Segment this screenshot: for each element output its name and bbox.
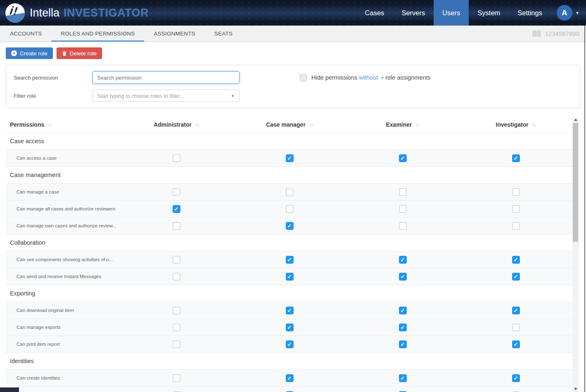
checkbox-cell: ✓	[459, 340, 572, 348]
filter-role-select[interactable]: Start typing to choose roles to filter..…	[93, 90, 240, 102]
checkbox-examiner[interactable]	[399, 205, 407, 213]
checkbox-examiner[interactable]	[399, 222, 407, 230]
permission-label: Can create Identities	[17, 375, 60, 380]
checkbox-investigator[interactable]: ✓	[512, 307, 520, 314]
checkbox-administrator[interactable]	[173, 154, 180, 162]
hide-permissions-text-suffix: role assignments	[385, 74, 431, 81]
checkbox-investigator[interactable]	[512, 222, 520, 230]
checkbox-examiner[interactable]: ✓	[399, 374, 407, 382]
checkbox-investigator[interactable]	[512, 205, 520, 213]
filter-panel: Search permission Hide permissions witho…	[6, 65, 580, 108]
checkbox-administrator[interactable]	[173, 374, 180, 382]
tab-accounts[interactable]: ACCOUNTS	[0, 26, 51, 42]
checkbox-case-manager[interactable]: ✓	[286, 307, 294, 314]
window-edge	[584, 26, 585, 392]
intella-logo-icon: i!	[5, 3, 25, 23]
nav-item-settings[interactable]: Settings	[509, 0, 551, 26]
checkbox-administrator[interactable]	[173, 188, 180, 196]
checkbox-case-manager[interactable]: ✓	[286, 256, 294, 264]
hide-permissions-mode-link[interactable]: without	[359, 74, 378, 81]
scroll-down-button[interactable]	[572, 386, 579, 392]
permission-label: Can see components showing activities of…	[17, 257, 113, 262]
checkbox-investigator[interactable]	[512, 188, 520, 196]
checkbox-case-manager[interactable]	[286, 188, 294, 196]
checkbox-cell: ✓	[459, 307, 572, 314]
sort-icon[interactable]: ↑↓	[195, 122, 199, 127]
category-row-collaboration: Collaboration	[6, 234, 572, 251]
column-header-permissions[interactable]: Permissions↑↓	[6, 121, 120, 128]
nav-item-servers[interactable]: Servers	[393, 0, 434, 26]
nav-item-system[interactable]: System	[469, 0, 509, 26]
checkbox-cell: ✓	[346, 273, 459, 281]
hide-permissions-group: Hide permissions without ▾ role assignme…	[300, 74, 431, 81]
checkbox-cell: ✓	[459, 154, 572, 162]
permission-label: Can manage all cases and authorize revie…	[17, 206, 115, 211]
nav-item-users[interactable]: Users	[434, 0, 469, 26]
avatar[interactable]: A	[557, 5, 572, 21]
checkbox-administrator[interactable]	[173, 222, 180, 230]
checkbox-investigator[interactable]: ✓	[512, 256, 520, 264]
checkbox-case-manager[interactable]: ✓	[286, 273, 294, 281]
column-header-case-manager[interactable]: Case manager↑↓	[233, 121, 346, 128]
checkbox-cell	[120, 154, 233, 162]
checkbox-examiner[interactable]: ✓	[399, 307, 407, 314]
checkbox-administrator[interactable]	[173, 256, 180, 264]
table-body: Case accessCan access a case✓✓✓Case mana…	[6, 132, 572, 392]
checkbox-investigator[interactable]: ✓	[512, 374, 520, 382]
vertical-scrollbar[interactable]	[572, 117, 579, 392]
checkbox-investigator[interactable]: ✓	[512, 154, 520, 162]
create-role-label: Create role	[20, 50, 47, 57]
tab-assignments[interactable]: ASSIGNMENTS	[144, 26, 204, 42]
checkbox-cell	[346, 188, 459, 196]
checkbox-investigator[interactable]: ✓	[512, 340, 520, 348]
checkbox-administrator[interactable]: ✓	[173, 205, 180, 213]
permission-label: Can access a case	[17, 156, 57, 161]
checkbox-case-manager[interactable]: ✓	[286, 374, 294, 382]
checkbox-case-manager[interactable]: ✓	[286, 222, 294, 230]
sort-icon[interactable]: ↑↓	[48, 122, 52, 127]
checkbox-investigator[interactable]: ✓	[512, 273, 520, 281]
search-permission-input[interactable]	[93, 71, 240, 84]
checkbox-case-manager[interactable]: ✓	[286, 340, 294, 348]
search-permission-row: Search permission Hide permissions witho…	[14, 71, 572, 84]
checkbox-case-manager[interactable]: ✓	[286, 324, 294, 331]
tab-roles-and-permissions[interactable]: ROLES AND PERMISSIONS	[51, 26, 144, 42]
permission-row: Can manage exports✓✓	[6, 319, 572, 335]
checkbox-examiner[interactable]: ✓	[399, 154, 407, 162]
checkbox-cell: ✓	[346, 340, 459, 348]
sort-icon[interactable]: ↑↓	[532, 122, 536, 127]
column-header-investigator[interactable]: Investigator↑↓	[459, 121, 572, 128]
sort-icon[interactable]: ↑↓	[416, 122, 420, 127]
checkbox-cell	[459, 205, 572, 213]
checkbox-case-manager[interactable]	[286, 205, 294, 213]
hide-permissions-checkbox[interactable]	[300, 74, 307, 81]
checkbox-examiner[interactable]: ✓	[399, 340, 407, 348]
checkbox-examiner[interactable]: ✓	[399, 256, 407, 264]
permissions-table: Permissions↑↓Administrator↑↓Case manager…	[6, 117, 572, 392]
checkbox-cell: ✓	[233, 374, 346, 382]
checkbox-investigator[interactable]	[512, 324, 520, 331]
scroll-up-button[interactable]	[572, 117, 579, 123]
hide-mode-caret-icon[interactable]: ▾	[381, 76, 383, 80]
checkbox-administrator[interactable]	[173, 273, 180, 281]
create-role-button[interactable]: + Create role	[6, 47, 53, 59]
checkbox-administrator[interactable]	[173, 340, 180, 348]
checkbox-case-manager[interactable]: ✓	[286, 154, 294, 162]
checkbox-examiner[interactable]: ✓	[399, 273, 407, 281]
checkbox-examiner[interactable]	[399, 188, 407, 196]
column-header-administrator[interactable]: Administrator↑↓	[120, 121, 233, 128]
tab-seats[interactable]: SEATS	[205, 26, 242, 42]
checkbox-administrator[interactable]	[173, 307, 180, 314]
delete-role-button[interactable]: Delete role	[57, 47, 102, 59]
scroll-up-icon	[574, 118, 577, 121]
filter-role-placeholder: Start typing to choose roles to filter..…	[97, 93, 184, 99]
checkbox-examiner[interactable]: ✓	[399, 324, 407, 331]
column-header-examiner[interactable]: Examiner↑↓	[346, 121, 459, 128]
permission-label: Can manage own cases and authorize revie…	[17, 223, 116, 228]
checkbox-cell: ✓	[459, 256, 572, 264]
scrollbar-thumb[interactable]	[573, 123, 578, 242]
chevron-down-icon[interactable]: ▾	[576, 10, 579, 16]
nav-item-cases[interactable]: Cases	[356, 0, 393, 26]
sort-icon[interactable]: ↑↓	[309, 122, 313, 127]
checkbox-administrator[interactable]	[173, 324, 180, 331]
